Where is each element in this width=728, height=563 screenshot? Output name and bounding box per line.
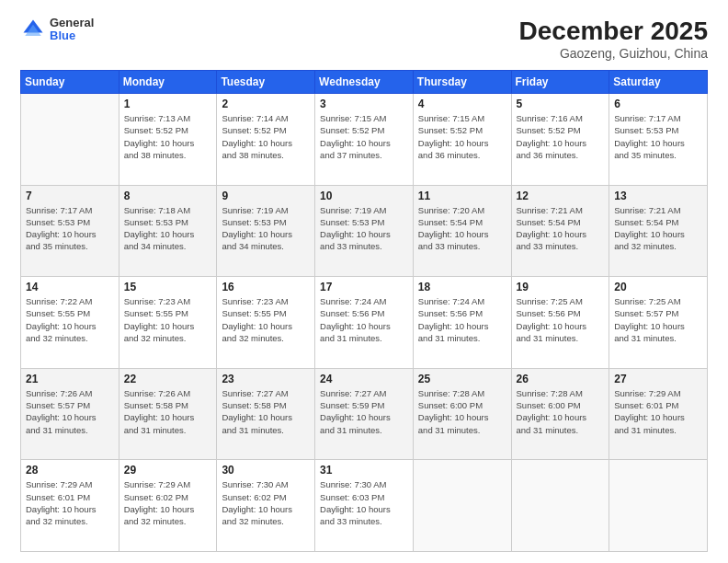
day-number: 14 <box>26 281 114 293</box>
day-info: Sunrise: 7:27 AM Sunset: 5:58 PM Dayligh… <box>222 387 310 436</box>
calendar-week-row: 21Sunrise: 7:26 AM Sunset: 5:57 PM Dayli… <box>21 368 708 460</box>
logo: General Blue <box>20 17 94 43</box>
day-number: 11 <box>418 190 506 202</box>
day-info: Sunrise: 7:29 AM Sunset: 6:01 PM Dayligh… <box>614 387 702 436</box>
title-block: December 2025 Gaozeng, Guizhou, China <box>519 17 708 61</box>
day-number: 31 <box>320 464 408 477</box>
day-number: 1 <box>124 98 212 110</box>
day-number: 15 <box>124 281 212 293</box>
table-row: 31Sunrise: 7:30 AM Sunset: 6:03 PM Dayli… <box>315 460 414 552</box>
calendar-week-row: 14Sunrise: 7:22 AM Sunset: 5:55 PM Dayli… <box>21 277 708 369</box>
calendar-week-row: 1Sunrise: 7:13 AM Sunset: 5:52 PM Daylig… <box>21 94 708 186</box>
day-number: 12 <box>517 190 605 202</box>
table-row: 13Sunrise: 7:21 AM Sunset: 5:54 PM Dayli… <box>609 185 708 277</box>
day-info: Sunrise: 7:30 AM Sunset: 6:03 PM Dayligh… <box>320 478 408 527</box>
table-row: 26Sunrise: 7:28 AM Sunset: 6:00 PM Dayli… <box>511 368 609 460</box>
table-row: 5Sunrise: 7:16 AM Sunset: 5:52 PM Daylig… <box>511 94 609 186</box>
table-row <box>21 94 119 186</box>
table-row: 25Sunrise: 7:28 AM Sunset: 6:00 PM Dayli… <box>413 368 511 460</box>
table-row: 16Sunrise: 7:23 AM Sunset: 5:55 PM Dayli… <box>217 277 315 369</box>
table-row: 18Sunrise: 7:24 AM Sunset: 5:56 PM Dayli… <box>413 277 511 369</box>
day-info: Sunrise: 7:22 AM Sunset: 5:55 PM Dayligh… <box>26 295 114 344</box>
day-info: Sunrise: 7:13 AM Sunset: 5:52 PM Dayligh… <box>124 112 212 161</box>
table-row: 8Sunrise: 7:18 AM Sunset: 5:53 PM Daylig… <box>119 185 217 277</box>
day-info: Sunrise: 7:20 AM Sunset: 5:54 PM Dayligh… <box>418 204 506 253</box>
day-number: 6 <box>614 98 702 110</box>
day-number: 3 <box>320 98 408 110</box>
day-info: Sunrise: 7:25 AM Sunset: 5:56 PM Dayligh… <box>517 295 605 344</box>
table-row: 24Sunrise: 7:27 AM Sunset: 5:59 PM Dayli… <box>315 368 414 460</box>
table-row: 17Sunrise: 7:24 AM Sunset: 5:56 PM Dayli… <box>315 277 414 369</box>
day-info: Sunrise: 7:15 AM Sunset: 5:52 PM Dayligh… <box>320 112 408 161</box>
day-info: Sunrise: 7:21 AM Sunset: 5:54 PM Dayligh… <box>517 204 605 253</box>
table-row: 3Sunrise: 7:15 AM Sunset: 5:52 PM Daylig… <box>315 94 414 186</box>
day-number: 5 <box>517 98 605 110</box>
header-wednesday: Wednesday <box>315 71 414 94</box>
table-row: 2Sunrise: 7:14 AM Sunset: 5:52 PM Daylig… <box>217 94 315 186</box>
calendar-week-row: 7Sunrise: 7:17 AM Sunset: 5:53 PM Daylig… <box>21 185 708 277</box>
header-friday: Friday <box>511 71 609 94</box>
table-row: 15Sunrise: 7:23 AM Sunset: 5:55 PM Dayli… <box>119 277 217 369</box>
day-info: Sunrise: 7:17 AM Sunset: 5:53 PM Dayligh… <box>614 112 702 161</box>
table-row: 27Sunrise: 7:29 AM Sunset: 6:01 PM Dayli… <box>609 368 708 460</box>
logo-icon <box>20 17 46 42</box>
day-number: 25 <box>418 373 506 385</box>
day-number: 29 <box>124 464 212 477</box>
calendar-week-row: 28Sunrise: 7:29 AM Sunset: 6:01 PM Dayli… <box>21 460 708 552</box>
logo-blue: Blue <box>50 29 94 42</box>
table-row: 12Sunrise: 7:21 AM Sunset: 5:54 PM Dayli… <box>511 185 609 277</box>
day-info: Sunrise: 7:24 AM Sunset: 5:56 PM Dayligh… <box>320 295 408 344</box>
table-row <box>609 460 708 552</box>
day-number: 2 <box>222 98 310 110</box>
header-tuesday: Tuesday <box>217 71 315 94</box>
header-saturday: Saturday <box>609 71 708 94</box>
calendar-table: Sunday Monday Tuesday Wednesday Thursday… <box>20 70 708 552</box>
day-info: Sunrise: 7:16 AM Sunset: 5:52 PM Dayligh… <box>517 112 605 161</box>
table-row: 22Sunrise: 7:26 AM Sunset: 5:58 PM Dayli… <box>119 368 217 460</box>
table-row: 20Sunrise: 7:25 AM Sunset: 5:57 PM Dayli… <box>609 277 708 369</box>
day-info: Sunrise: 7:19 AM Sunset: 5:53 PM Dayligh… <box>320 204 408 253</box>
day-info: Sunrise: 7:28 AM Sunset: 6:00 PM Dayligh… <box>418 387 506 436</box>
day-number: 20 <box>614 281 702 293</box>
page: General Blue December 2025 Gaozeng, Guiz… <box>0 0 728 563</box>
day-info: Sunrise: 7:26 AM Sunset: 5:57 PM Dayligh… <box>26 387 114 436</box>
day-info: Sunrise: 7:24 AM Sunset: 5:56 PM Dayligh… <box>418 295 506 344</box>
calendar-subtitle: Gaozeng, Guizhou, China <box>519 46 708 61</box>
header: General Blue December 2025 Gaozeng, Guiz… <box>20 17 708 61</box>
table-row: 9Sunrise: 7:19 AM Sunset: 5:53 PM Daylig… <box>217 185 315 277</box>
table-row <box>511 460 609 552</box>
table-row: 23Sunrise: 7:27 AM Sunset: 5:58 PM Dayli… <box>217 368 315 460</box>
day-number: 22 <box>124 373 212 385</box>
table-row: 30Sunrise: 7:30 AM Sunset: 6:02 PM Dayli… <box>217 460 315 552</box>
logo-general: General <box>50 17 94 29</box>
header-sunday: Sunday <box>21 71 119 94</box>
day-number: 16 <box>222 281 310 293</box>
table-row: 4Sunrise: 7:15 AM Sunset: 5:52 PM Daylig… <box>413 94 511 186</box>
day-info: Sunrise: 7:25 AM Sunset: 5:57 PM Dayligh… <box>614 295 702 344</box>
table-row: 10Sunrise: 7:19 AM Sunset: 5:53 PM Dayli… <box>315 185 414 277</box>
day-number: 30 <box>222 464 310 477</box>
day-number: 17 <box>320 281 408 293</box>
day-info: Sunrise: 7:23 AM Sunset: 5:55 PM Dayligh… <box>124 295 212 344</box>
table-row: 6Sunrise: 7:17 AM Sunset: 5:53 PM Daylig… <box>609 94 708 186</box>
day-info: Sunrise: 7:29 AM Sunset: 6:02 PM Dayligh… <box>124 478 212 527</box>
table-row <box>413 460 511 552</box>
day-number: 23 <box>222 373 310 385</box>
day-number: 19 <box>517 281 605 293</box>
day-info: Sunrise: 7:30 AM Sunset: 6:02 PM Dayligh… <box>222 478 310 527</box>
header-thursday: Thursday <box>413 71 511 94</box>
day-number: 9 <box>222 190 310 202</box>
day-info: Sunrise: 7:15 AM Sunset: 5:52 PM Dayligh… <box>418 112 506 161</box>
table-row: 28Sunrise: 7:29 AM Sunset: 6:01 PM Dayli… <box>21 460 119 552</box>
day-number: 27 <box>614 373 702 385</box>
table-row: 11Sunrise: 7:20 AM Sunset: 5:54 PM Dayli… <box>413 185 511 277</box>
day-info: Sunrise: 7:17 AM Sunset: 5:53 PM Dayligh… <box>26 204 114 253</box>
header-monday: Monday <box>119 71 217 94</box>
table-row: 19Sunrise: 7:25 AM Sunset: 5:56 PM Dayli… <box>511 277 609 369</box>
day-number: 4 <box>418 98 506 110</box>
day-number: 8 <box>124 190 212 202</box>
day-number: 7 <box>26 190 114 202</box>
day-number: 24 <box>320 373 408 385</box>
weekday-header-row: Sunday Monday Tuesday Wednesday Thursday… <box>21 71 708 94</box>
day-info: Sunrise: 7:26 AM Sunset: 5:58 PM Dayligh… <box>124 387 212 436</box>
